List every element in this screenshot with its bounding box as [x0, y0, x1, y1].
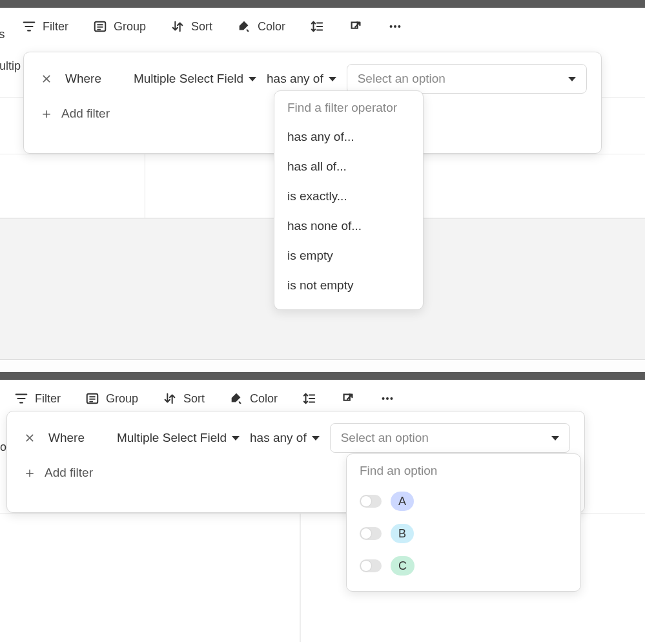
remove-filter-button[interactable]: [38, 70, 55, 87]
option-row[interactable]: C: [347, 550, 580, 582]
more-tool[interactable]: [380, 391, 395, 406]
filter-tool[interactable]: Filter: [22, 19, 68, 34]
row-height-tool[interactable]: [310, 19, 324, 34]
group-tool[interactable]: Group: [93, 19, 146, 34]
share-icon: [341, 391, 355, 406]
color-icon: [237, 19, 251, 34]
operator-dropdown-menu: has any of... has all of... is exactly..…: [274, 90, 424, 310]
color-tool[interactable]: Color: [229, 391, 278, 406]
option-row[interactable]: B: [347, 517, 580, 550]
close-icon: [41, 74, 52, 84]
filter-operator-dropdown[interactable]: has any of: [250, 431, 320, 445]
operator-search-input[interactable]: [286, 100, 411, 116]
group-tool[interactable]: Group: [85, 391, 138, 406]
sort-label: Sort: [191, 20, 212, 34]
svg-point-7: [390, 397, 393, 400]
filter-value-dropdown[interactable]: Select an option: [330, 423, 570, 453]
svg-point-1: [390, 25, 393, 28]
filter-value-placeholder: Select an option: [341, 431, 429, 445]
filter-field-value: Multiple Select Field: [117, 431, 227, 445]
operator-option[interactable]: has none of...: [274, 211, 423, 241]
caret-down-icon: [312, 436, 320, 441]
filter-field-dropdown[interactable]: Multiple Select Field: [117, 431, 240, 445]
share-icon: [349, 19, 363, 34]
caret-down-icon: [568, 77, 576, 81]
options-dropdown-menu: A B C: [346, 453, 581, 592]
filter-value-dropdown[interactable]: Select an option: [347, 64, 587, 94]
color-label: Color: [250, 392, 278, 406]
row-height-tool[interactable]: [302, 391, 316, 406]
more-tool[interactable]: [387, 19, 403, 34]
caret-down-icon: [249, 77, 256, 81]
sort-tool[interactable]: Sort: [163, 391, 205, 406]
more-icon: [380, 391, 395, 406]
operator-option[interactable]: is empty: [274, 241, 423, 271]
svg-point-6: [386, 397, 389, 400]
caret-down-icon: [232, 436, 240, 441]
filter-operator-value: has any of: [267, 72, 323, 86]
svg-point-2: [394, 25, 396, 28]
filter-label: Filter: [43, 20, 68, 34]
color-icon: [229, 391, 243, 406]
share-view-tool[interactable]: [341, 391, 355, 406]
group-label: Group: [114, 20, 146, 34]
group-icon: [85, 391, 99, 406]
sort-label: Sort: [183, 392, 205, 406]
filter-value-placeholder: Select an option: [358, 72, 445, 86]
window-titlebar: [0, 0, 645, 8]
more-icon: [387, 19, 403, 34]
truncated-column-text: ultip: [0, 59, 21, 73]
where-label: Where: [65, 72, 101, 86]
option-toggle[interactable]: [360, 559, 382, 572]
option-toggle[interactable]: [360, 495, 382, 508]
window-titlebar: [0, 372, 645, 380]
svg-point-5: [382, 397, 385, 400]
color-label: Color: [258, 20, 285, 34]
caret-down-icon: [551, 436, 559, 441]
where-label: Where: [48, 431, 85, 445]
operator-option[interactable]: is exactly...: [274, 182, 423, 211]
row-height-icon: [302, 391, 316, 406]
remove-filter-button[interactable]: [21, 430, 38, 446]
operator-option[interactable]: has all of...: [274, 152, 423, 182]
option-pill: A: [391, 492, 414, 511]
close-icon: [25, 433, 35, 443]
filter-tool[interactable]: Filter: [14, 391, 61, 406]
filter-icon: [22, 19, 36, 34]
sort-icon: [163, 391, 177, 406]
filter-label: Filter: [35, 392, 61, 406]
section-divider: [0, 359, 645, 372]
column-divider: [300, 513, 301, 642]
option-row[interactable]: A: [347, 485, 580, 517]
truncated-column-text: o: [0, 441, 6, 454]
add-filter-label: Add filter: [45, 466, 93, 480]
option-toggle[interactable]: [360, 527, 382, 540]
example-operator-dropdown: s Filter Group Sort Color: [0, 0, 645, 359]
group-label: Group: [106, 392, 138, 406]
sort-icon: [170, 19, 185, 34]
filter-field-value: Multiple Select Field: [134, 72, 243, 86]
option-pill: C: [391, 556, 415, 576]
filter-icon: [14, 391, 28, 406]
operator-search[interactable]: [274, 98, 423, 122]
row-height-icon: [310, 19, 324, 34]
plus-icon: ＋: [23, 466, 37, 480]
option-pill: B: [391, 524, 414, 543]
sort-tool[interactable]: Sort: [170, 19, 212, 34]
plus-icon: ＋: [39, 107, 54, 121]
view-toolbar: s Filter Group Sort Color: [0, 8, 645, 47]
example-options-dropdown: Filter Group Sort Color o: [0, 359, 645, 644]
option-search-input[interactable]: [358, 463, 569, 479]
add-filter-label: Add filter: [61, 107, 110, 121]
share-view-tool[interactable]: [349, 19, 363, 34]
filter-condition-row: Where Multiple Select Field has any of S…: [7, 411, 584, 457]
filter-operator-dropdown[interactable]: has any of: [267, 72, 336, 86]
filter-field-dropdown[interactable]: Multiple Select Field: [134, 72, 256, 86]
color-tool[interactable]: Color: [237, 19, 285, 34]
group-icon: [93, 19, 107, 34]
operator-option[interactable]: is not empty: [274, 271, 423, 300]
svg-point-3: [398, 25, 400, 28]
option-search[interactable]: [347, 461, 580, 485]
operator-option[interactable]: has any of...: [274, 122, 423, 152]
caret-down-icon: [329, 77, 336, 81]
